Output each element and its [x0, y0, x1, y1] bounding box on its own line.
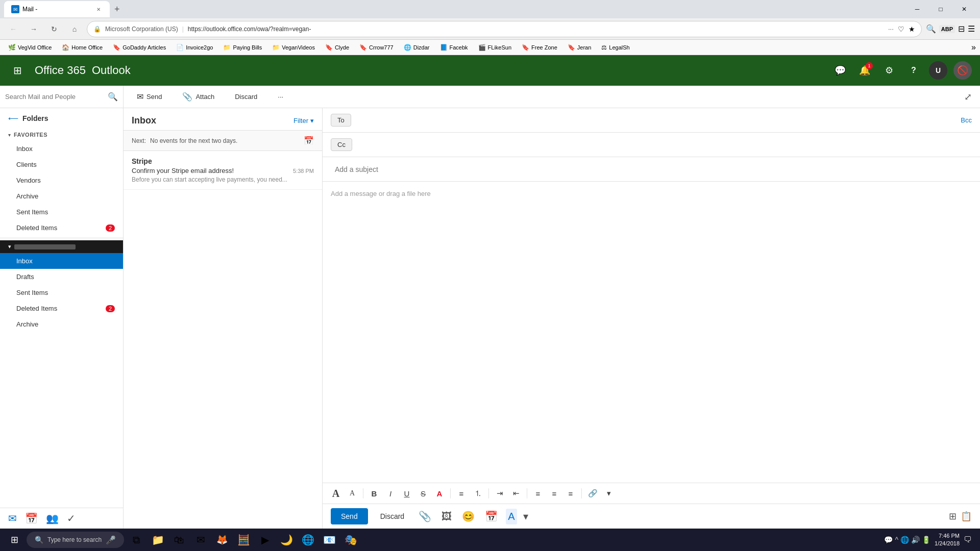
- ext-icon2[interactable]: ⊟: [958, 24, 965, 34]
- bookmark-clyde[interactable]: 🔖 Clyde: [321, 42, 353, 53]
- taskbar-outlook[interactable]: 📧: [319, 530, 339, 550]
- email-item-stripe[interactable]: Stripe Confirm your Stripe email address…: [124, 151, 322, 190]
- taskbar-mail[interactable]: ✉: [190, 530, 211, 550]
- italic-button[interactable]: I: [383, 486, 398, 500]
- tray-show-hidden[interactable]: ^: [895, 536, 898, 544]
- sidebar-item-drafts[interactable]: Drafts: [0, 269, 123, 285]
- tab-url-input[interactable]: [40, 6, 91, 13]
- mail-footer-icon[interactable]: ✉: [8, 512, 17, 524]
- to-button[interactable]: To: [331, 114, 351, 127]
- underline-button[interactable]: U: [400, 486, 414, 500]
- bookmark-icon[interactable]: ★: [909, 25, 915, 33]
- back-button[interactable]: ←: [5, 21, 21, 37]
- indent-button[interactable]: ⇥: [493, 486, 507, 500]
- ext-abp-icon[interactable]: ABP: [939, 25, 955, 33]
- apps-button[interactable]: A: [506, 509, 517, 524]
- taskbar-media[interactable]: ▶: [255, 530, 275, 550]
- skype-button[interactable]: 💬: [831, 61, 849, 80]
- calendar-mini-icon[interactable]: 📅: [304, 136, 314, 145]
- bookmark-flikesun[interactable]: 🎬 FLikeSun: [474, 42, 516, 53]
- more-formatting-button[interactable]: ▾: [602, 486, 616, 500]
- bcc-button[interactable]: Bcc: [961, 116, 972, 124]
- calendar-footer-icon[interactable]: 📅: [25, 512, 38, 524]
- align-right-button[interactable]: ≡: [564, 486, 578, 500]
- cc-input[interactable]: [361, 137, 972, 153]
- help-button[interactable]: ?: [904, 61, 923, 80]
- refresh-button[interactable]: ↻: [46, 21, 62, 37]
- font-size-decrease-button[interactable]: A: [345, 486, 359, 500]
- align-center-button[interactable]: ≡: [547, 486, 561, 500]
- ext-search-icon[interactable]: 🔍: [926, 24, 936, 34]
- taskbar-sleep[interactable]: 🌙: [276, 530, 297, 550]
- bookmark-vegvid[interactable]: 🌿 VegVid Office: [4, 42, 56, 53]
- tab-close-btn[interactable]: ✕: [94, 5, 103, 13]
- url-bar[interactable]: 🔒 Microsoft Corporation (US) | https://o…: [87, 21, 922, 37]
- browser-tab-mail[interactable]: ✉ Mail - ✕: [4, 1, 110, 17]
- folders-header[interactable]: ⟵ Folders: [0, 108, 123, 129]
- bullets-button[interactable]: ≡: [454, 486, 469, 500]
- font-color-button[interactable]: A: [432, 486, 447, 500]
- settings-button[interactable]: ⚙: [880, 61, 898, 80]
- filter-button[interactable]: Filter ▾: [293, 117, 314, 124]
- more-compose-options[interactable]: ▾: [523, 510, 528, 522]
- tray-network-icon[interactable]: 🌐: [900, 536, 909, 544]
- ext-icon3[interactable]: ☰: [968, 24, 975, 34]
- sidebar-item-sent-main[interactable]: Sent Items: [0, 285, 123, 300]
- tasks-footer-icon[interactable]: ✓: [67, 512, 76, 524]
- insert-image-button[interactable]: 🖼: [439, 509, 454, 524]
- search-button[interactable]: 🔍: [108, 92, 118, 102]
- taskbar-calculator[interactable]: 🧮: [233, 530, 254, 550]
- taskbar-explorer[interactable]: 📁: [148, 530, 168, 550]
- cc-button[interactable]: Cc: [331, 138, 352, 151]
- link-button[interactable]: 🔗: [585, 486, 600, 500]
- favorites-section-header[interactable]: ▾ Favorites: [0, 129, 123, 141]
- people-footer-icon[interactable]: 👥: [46, 512, 59, 524]
- taskbar-app11[interactable]: 🎭: [340, 530, 361, 550]
- close-button[interactable]: ✕: [952, 0, 976, 18]
- expand-button[interactable]: ⤢: [964, 91, 972, 103]
- tray-volume-icon[interactable]: 🔊: [911, 536, 920, 544]
- discard-button[interactable]: Discard: [374, 508, 410, 524]
- more-toolbar-button[interactable]: ···: [273, 90, 288, 104]
- sidebar-item-inbox-main[interactable]: Inbox: [0, 253, 123, 269]
- bold-button[interactable]: B: [367, 486, 381, 500]
- bookmark-homeoffice[interactable]: 🏠 Home Office: [58, 42, 107, 53]
- bookmark-jeran[interactable]: 🔖 Jeran: [564, 42, 596, 53]
- user-avatar[interactable]: U: [929, 61, 947, 80]
- system-clock[interactable]: 7:46 PM 1/24/2018: [935, 532, 960, 548]
- bookmark-facebk[interactable]: 📘 Facebk: [436, 42, 472, 53]
- compose-extra-icon1[interactable]: ⊞: [949, 511, 957, 522]
- mic-icon[interactable]: 🎤: [106, 535, 116, 545]
- sidebar-item-inbox-fav[interactable]: Inbox: [0, 141, 123, 157]
- search-input[interactable]: [5, 93, 104, 101]
- bookmark-dizdar[interactable]: 🌐 Dizdar: [400, 42, 434, 53]
- taskbar-firefox[interactable]: 🦊: [212, 530, 232, 550]
- more-bookmarks-button[interactable]: »: [971, 43, 976, 52]
- notifications-button[interactable]: 🔔 1: [855, 61, 874, 80]
- outdent-button[interactable]: ⇤: [509, 486, 523, 500]
- tray-people-icon[interactable]: 💬: [884, 536, 893, 544]
- emoji-button[interactable]: 😊: [460, 508, 477, 524]
- reader-icon[interactable]: ♡: [898, 25, 904, 33]
- sidebar-item-sent-fav[interactable]: Sent Items: [0, 204, 123, 220]
- taskbar-store[interactable]: 🛍: [169, 530, 189, 550]
- new-tab-button[interactable]: +: [110, 2, 124, 16]
- align-left-button[interactable]: ≡: [531, 486, 545, 500]
- forward-button[interactable]: →: [26, 21, 42, 37]
- taskbar-browser[interactable]: 🌐: [298, 530, 318, 550]
- bookmark-freezone[interactable]: 🔖 Free Zone: [518, 42, 561, 53]
- send-button[interactable]: Send: [331, 508, 368, 524]
- sidebar-item-deleted-main[interactable]: Deleted Items 2: [0, 300, 123, 316]
- bookmark-invoice2go[interactable]: 📄 Invoice2go: [172, 42, 217, 53]
- minimize-button[interactable]: ─: [905, 0, 929, 18]
- bookmark-godaddy[interactable]: 🔖 GoDaddy Articles: [109, 42, 170, 53]
- bookmark-legalsh[interactable]: ⚖ LegalSh: [597, 42, 633, 53]
- more-url-btn[interactable]: ···: [888, 25, 894, 33]
- numbering-button[interactable]: ⒈: [471, 486, 485, 500]
- avatar-circle-button[interactable]: 🚫: [953, 61, 972, 80]
- second-account-header[interactable]: ▾: [0, 240, 123, 253]
- bookmark-veganvideos[interactable]: 📁 VeganVideos: [268, 42, 319, 53]
- bookmark-crrow[interactable]: 🔖 Crrow777: [355, 42, 398, 53]
- compose-extra-icon2[interactable]: 📋: [961, 511, 972, 522]
- discard-toolbar-button[interactable]: Discard: [230, 90, 262, 104]
